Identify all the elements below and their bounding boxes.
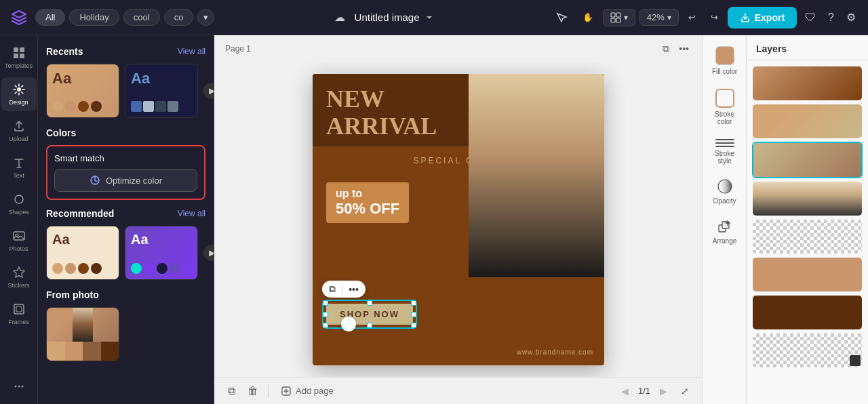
sidebar-item-more[interactable]	[1, 374, 37, 399]
layer-item-1[interactable]	[752, 66, 863, 101]
hand-tool[interactable]: ✋	[577, 8, 599, 26]
prev-page-btn[interactable]: ◀	[617, 383, 633, 399]
svg-point-9	[15, 195, 23, 203]
cloud-icon[interactable]: ☁	[330, 7, 349, 28]
swatch-4	[91, 101, 102, 112]
swatch-d2	[143, 101, 154, 112]
fill-color-label: Fill color	[712, 68, 737, 75]
layer-item-8[interactable]	[752, 333, 863, 368]
tag-all[interactable]: All	[35, 9, 65, 26]
layer-expand	[850, 355, 861, 366]
tag-cool[interactable]: cool	[123, 9, 160, 26]
frames-label: Frames	[8, 319, 29, 325]
handle-mr[interactable]	[411, 312, 416, 317]
fill-color-prop[interactable]: Fill color	[705, 41, 745, 81]
photo-swatches	[47, 342, 119, 361]
shield-btn[interactable]: 🛡	[801, 7, 820, 28]
handle-tl[interactable]	[323, 300, 328, 306]
rec-swatch-p3	[157, 263, 167, 274]
canvas-more-icon[interactable]: •••	[676, 41, 692, 58]
photo-preview	[47, 308, 119, 342]
opacity-prop[interactable]: Opacity	[705, 173, 745, 210]
layer-item-5[interactable]	[752, 219, 863, 254]
svg-rect-6	[14, 54, 18, 58]
tc-aa-2: Aa	[131, 70, 192, 87]
handle-ml[interactable]	[323, 312, 328, 317]
layer-item-3[interactable]	[752, 142, 863, 178]
recommended-carousel-next[interactable]: ▶	[203, 245, 214, 261]
swatch-1	[52, 101, 63, 112]
stroke-color-prop[interactable]: Stroke color	[705, 83, 745, 131]
photo-figure	[73, 308, 93, 342]
sidebar-item-frames[interactable]: Frames	[1, 297, 37, 331]
from-photo-header: From photo	[46, 289, 205, 300]
handle-tr[interactable]	[411, 300, 416, 306]
recent-card-1[interactable]: Aa	[46, 64, 119, 118]
svg-rect-12	[14, 304, 24, 314]
props-panel: Fill color Stroke color Stroke style Opa…	[703, 35, 746, 404]
tag-co[interactable]: co	[164, 9, 194, 26]
undo-btn[interactable]: ↩	[683, 8, 701, 26]
sidebar-item-design[interactable]: Design	[1, 77, 37, 111]
bottom-duplicate-btn[interactable]: ⧉	[225, 382, 238, 400]
stroke-style-icon	[715, 139, 734, 147]
recents-view-all[interactable]: View all	[178, 47, 205, 56]
canvas-content: NEW ARRIVAL SPECIAL OFFER up to 50% OFF	[214, 62, 703, 377]
sidebar-item-shapes[interactable]: Shapes	[1, 187, 37, 221]
handle-bm[interactable]	[367, 323, 372, 328]
recent-card-2[interactable]: Aa	[125, 64, 198, 118]
colors-section: Colors Smart match Optimize color Recomm…	[46, 127, 205, 361]
handle-tm[interactable]	[367, 300, 372, 306]
zoom-control[interactable]: 42% ▾	[639, 9, 679, 26]
layer-thumb-2	[753, 104, 862, 138]
recommended-view-all[interactable]: View all	[178, 209, 205, 218]
sidebar-item-text[interactable]: Text	[1, 150, 37, 184]
sidebar-item-stickers[interactable]: Stickers	[1, 260, 37, 294]
export-btn[interactable]: Export	[728, 7, 797, 28]
design-label: Design	[9, 99, 28, 106]
layer-item-4[interactable]	[752, 181, 863, 216]
dc-refresh-icon[interactable]: ↻	[341, 317, 356, 331]
tag-more-btn[interactable]: ▾	[197, 9, 214, 26]
dc-toolbar-more[interactable]: •••	[349, 284, 359, 295]
recents-carousel-next[interactable]: ▶	[203, 83, 214, 99]
swatch-d4	[167, 101, 178, 112]
arrange-prop[interactable]: Arrange	[705, 213, 745, 250]
canvas-copy-icon[interactable]: ⧉	[660, 41, 672, 58]
design-card[interactable]: NEW ARRIVAL SPECIAL OFFER up to 50% OFF	[313, 74, 604, 365]
sidebar-item-templates[interactable]: Templates	[1, 41, 37, 75]
dc-person	[469, 74, 604, 277]
doc-title-btn[interactable]: Untitled image	[355, 12, 435, 23]
from-photo-title: From photo	[46, 289, 99, 300]
photos-label: Photos	[9, 245, 28, 252]
dc-toolbar-copy[interactable]: ⧉	[329, 283, 336, 295]
rec-card-1[interactable]: Aa	[46, 226, 119, 280]
rec-card-2[interactable]: Aa	[125, 226, 198, 280]
layer-item-6[interactable]	[752, 257, 863, 292]
topbar-center: ☁ Untitled image	[220, 7, 544, 28]
sidebar-item-photos[interactable]: Photos	[1, 224, 37, 258]
next-page-btn[interactable]: ▶	[656, 383, 671, 399]
bottom-delete-btn[interactable]: 🗑	[245, 382, 261, 400]
layer-item-7[interactable]	[752, 295, 863, 330]
help-btn[interactable]: ?	[824, 7, 838, 28]
topbar: All Holiday cool co ▾ ☁ Untitled image ✋…	[0, 0, 868, 35]
svg-point-16	[21, 386, 23, 388]
layout-btn[interactable]: ▾	[603, 9, 635, 26]
tag-holiday[interactable]: Holiday	[69, 9, 119, 26]
settings-btn[interactable]: ⚙	[842, 7, 860, 28]
expand-canvas-btn[interactable]: ⤢	[678, 383, 692, 399]
from-photo-card[interactable]	[46, 307, 119, 361]
rec-swatch-3	[78, 263, 89, 274]
sidebar-item-upload[interactable]: Upload	[1, 114, 37, 148]
select-tool[interactable]	[550, 7, 573, 28]
handle-br[interactable]	[411, 323, 416, 328]
layer-item-2[interactable]	[752, 104, 863, 139]
redo-btn[interactable]: ↪	[705, 8, 724, 26]
add-page-btn[interactable]: Add page	[275, 383, 339, 399]
optimize-color-btn[interactable]: Optimize color	[54, 169, 197, 192]
stroke-style-prop[interactable]: Stroke style	[705, 134, 745, 170]
dc-toolbar-divider: |	[341, 285, 343, 294]
handle-bl[interactable]	[323, 323, 328, 328]
colors-title: Colors	[46, 127, 76, 138]
